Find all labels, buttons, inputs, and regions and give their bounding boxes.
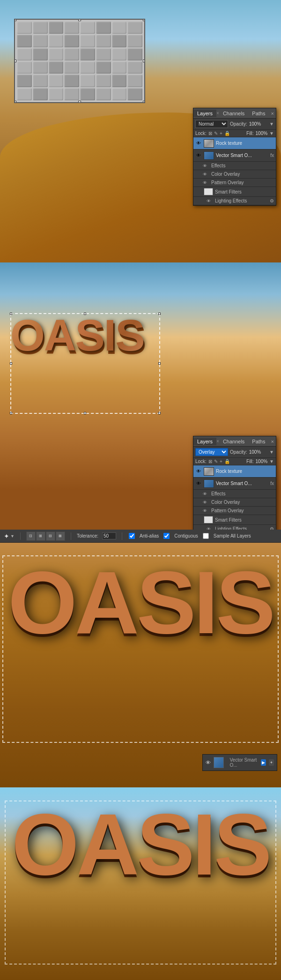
stone-cell xyxy=(64,75,79,87)
lock-icon-2b[interactable]: ✎ xyxy=(214,459,218,464)
layer-rock-texture[interactable]: 👁 Rock texture xyxy=(193,137,276,150)
layer-name-rock-2: Rock texture xyxy=(216,469,274,474)
lock-all-icon[interactable]: 🔒 xyxy=(224,131,230,136)
lighting-opts-icon-2[interactable]: ⚙ xyxy=(270,526,274,530)
intersect-selection-btn[interactable]: ⊠ xyxy=(56,531,65,541)
lock-image-icon[interactable]: ✎ xyxy=(214,131,218,136)
tab-paths[interactable]: Paths xyxy=(248,110,269,117)
lock-icon-2a[interactable]: ⊠ xyxy=(208,459,212,464)
effects-eye-2[interactable]: 👁 xyxy=(203,492,209,496)
magic-wand-icon[interactable]: ✦ xyxy=(4,532,9,540)
opacity-value: 100% xyxy=(249,121,263,127)
sample-all-label: Sample All Layers xyxy=(214,533,251,539)
color-overlay-eye-icon[interactable]: 👁 xyxy=(203,172,209,177)
transform-handle-tm[interactable] xyxy=(78,19,81,21)
lock-icon-2c[interactable]: + xyxy=(220,459,222,464)
fill-value-2: 100% xyxy=(256,459,268,464)
stone-cell xyxy=(64,88,79,100)
lock-icon-2d[interactable]: 🔒 xyxy=(224,459,230,464)
effects-label-2: Effects xyxy=(211,491,225,496)
lighting-label-2: Lighting Effects xyxy=(215,526,247,530)
mini-eye-icon[interactable]: 👁 xyxy=(206,760,211,765)
stone-cell xyxy=(17,88,32,100)
add-selection-btn[interactable]: ⊞ xyxy=(36,531,45,541)
layer-fx-icon: fx xyxy=(270,153,274,158)
sel-handle-tr[interactable] xyxy=(158,313,161,315)
mini-layer-panel: 👁 Vector Smart... Vector Smart O... ▶ + xyxy=(202,754,277,771)
fill-arrow-icon: ▼ xyxy=(269,131,274,136)
lock-row: Lock: ⊠ ✎ + 🔒 Fill: 100% ▼ xyxy=(193,130,276,137)
transform-handle-ml[interactable] xyxy=(14,60,16,62)
effects-eye-icon[interactable]: 👁 xyxy=(203,164,209,168)
layer-visibility-eye[interactable]: 👁 xyxy=(195,140,202,147)
layer-eye-2b[interactable]: 👁 xyxy=(195,480,202,487)
stone-cell xyxy=(127,61,142,74)
sel-handle-br[interactable] xyxy=(158,412,161,414)
new-selection-btn[interactable]: ⊡ xyxy=(26,531,36,541)
sel-handle-bm[interactable] xyxy=(84,412,86,414)
tab-channels-2[interactable]: Channels xyxy=(219,438,248,445)
mini-fx-label: Vector Smart O... xyxy=(229,757,258,768)
transform-handle-br[interactable] xyxy=(143,101,145,103)
tool-dropdown-icon[interactable]: ▼ xyxy=(10,534,15,539)
mini-add-btn[interactable]: + xyxy=(269,759,274,766)
tab-channels[interactable]: Channels xyxy=(219,110,248,117)
lighting-effects-options-icon[interactable]: ⚙ xyxy=(270,198,274,203)
color-overlay-eye-2[interactable]: 👁 xyxy=(203,500,209,505)
stone-cell xyxy=(80,22,95,34)
stone-cell xyxy=(33,48,48,60)
lock-label: Lock: xyxy=(195,131,207,136)
sel-handle-tm[interactable] xyxy=(84,313,86,315)
subtract-selection-btn[interactable]: ⊟ xyxy=(46,531,55,541)
transform-handle-bl[interactable] xyxy=(14,101,16,103)
tolerance-input[interactable] xyxy=(102,532,116,539)
blend-mode-select-2[interactable]: Overlay xyxy=(195,448,228,456)
fill-label: Fill: xyxy=(246,131,254,136)
layer-visibility-eye-2[interactable]: 👁 xyxy=(195,152,202,159)
transform-handle-bm[interactable] xyxy=(78,101,81,103)
pattern-overlay-eye-2[interactable]: 👁 xyxy=(203,509,209,513)
panel-close-button[interactable]: × xyxy=(271,111,274,116)
layer-vector-smart-2[interactable]: 👁 Vector Smart O... fx xyxy=(193,478,276,490)
anti-alias-checkbox[interactable] xyxy=(129,533,135,539)
stone-cell xyxy=(96,22,111,34)
opacity-label-2: Opacity: xyxy=(230,449,247,455)
tab-layers-2[interactable]: Layers xyxy=(193,438,216,445)
blend-mode-select[interactable]: Normal xyxy=(195,120,228,128)
contiguous-checkbox[interactable] xyxy=(163,533,170,539)
stone-cell xyxy=(112,22,127,34)
lighting-effects-eye-icon[interactable]: 👁 xyxy=(207,199,213,203)
lock-position-icon[interactable]: + xyxy=(220,131,222,136)
panel-close-button-2[interactable]: × xyxy=(271,439,274,444)
stone-cell xyxy=(33,88,48,100)
sel-handle-bl[interactable] xyxy=(10,412,12,414)
sel-handle-ml[interactable] xyxy=(10,362,12,365)
tab-paths-2[interactable]: Paths xyxy=(248,438,269,445)
stone-cell xyxy=(127,35,142,47)
lock-label-2: Lock: xyxy=(195,459,207,464)
pattern-overlay-label-2: Pattern Overlay xyxy=(211,508,244,513)
stone-cell xyxy=(96,88,111,100)
layer-rock-texture-2[interactable]: 👁 Rock texture xyxy=(193,465,276,478)
transform-handle-mr[interactable] xyxy=(143,60,145,62)
transform-handle-tl[interactable] xyxy=(14,19,16,21)
sample-all-checkbox[interactable] xyxy=(203,533,209,539)
lighting-effects-label: Lighting Effects xyxy=(215,198,247,203)
transform-handle-tr[interactable] xyxy=(143,19,145,21)
smart-filters-row-2: Smart Filters xyxy=(193,515,276,525)
sel-handle-tl[interactable] xyxy=(10,313,12,315)
stone-cell xyxy=(33,75,48,87)
stone-cell xyxy=(64,22,79,34)
mini-options-btn[interactable]: ▶ xyxy=(261,759,266,766)
tab-layers[interactable]: Layers xyxy=(193,110,216,117)
stone-texture-canvas[interactable] xyxy=(14,19,145,103)
lock-transparent-icon[interactable]: ⊠ xyxy=(208,131,212,136)
stone-cell xyxy=(96,35,111,47)
stone-cell xyxy=(49,75,64,87)
sel-handle-mr[interactable] xyxy=(158,362,161,365)
layer-vector-smart[interactable]: 👁 Vector Smart O... fx xyxy=(193,150,276,162)
stone-cell xyxy=(96,48,111,60)
pattern-overlay-eye-icon[interactable]: 👁 xyxy=(203,180,209,185)
stone-cell xyxy=(33,61,48,74)
layer-eye-2a[interactable]: 👁 xyxy=(195,468,202,475)
